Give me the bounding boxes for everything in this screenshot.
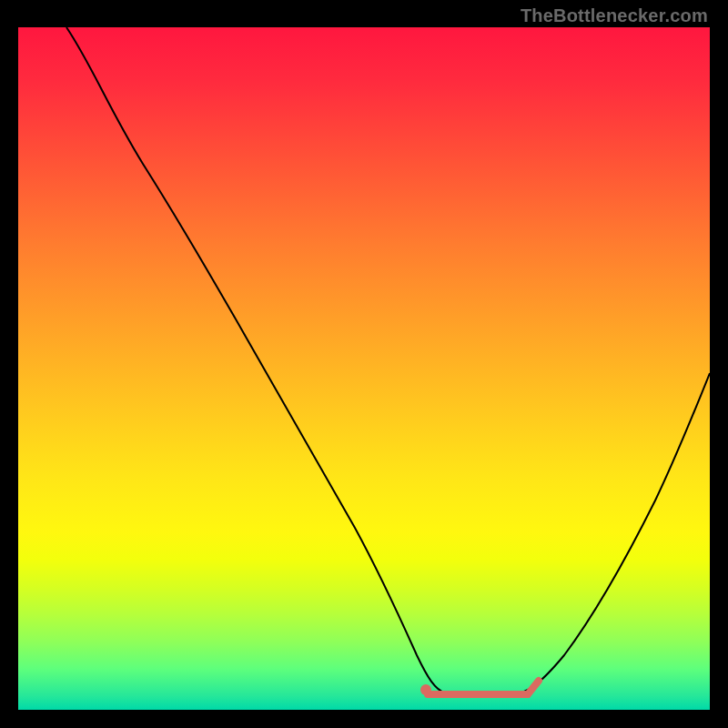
curve-svg [18, 27, 710, 710]
bottleneck-curve [66, 27, 710, 693]
chart-frame: TheBottlenecker.com [0, 0, 728, 728]
watermark-text: TheBottlenecker.com [521, 5, 708, 26]
optimal-range-segment [428, 681, 539, 694]
optimal-start-marker [420, 684, 431, 695]
plot-area [18, 27, 710, 710]
